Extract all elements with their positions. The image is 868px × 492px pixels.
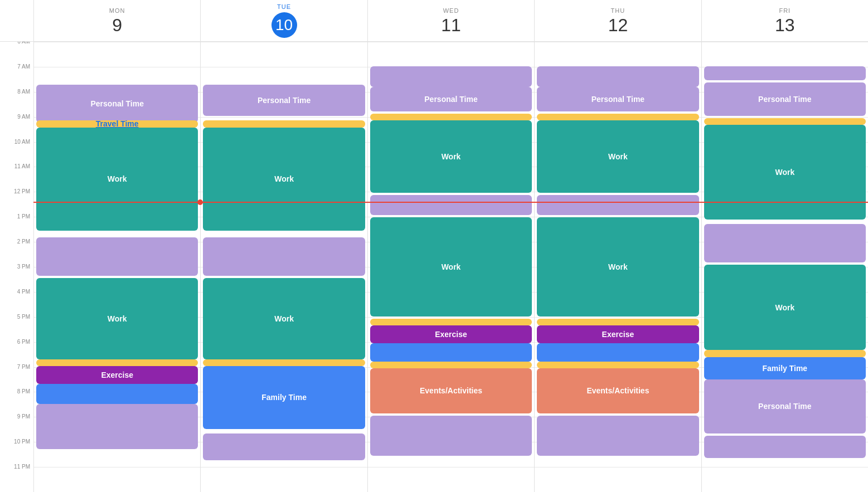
event-events-activities-wed-10[interactable]: Events/Activities (370, 368, 532, 413)
event-family-time-thu-8[interactable] (537, 343, 699, 361)
event-personal-time-fri-0[interactable] (704, 66, 866, 80)
hour-line (368, 42, 534, 42)
event-travel-time-wed-2[interactable] (370, 114, 532, 120)
event-travel-time-tue-1[interactable] (203, 120, 365, 127)
event-label: Exercise (101, 371, 133, 379)
event-label: Personal Time (90, 99, 143, 108)
event-label: Work (608, 152, 628, 161)
event-family-time-mon-7[interactable] (36, 384, 198, 404)
event-work-mon-2[interactable]: Work (36, 128, 198, 231)
event-travel-time-wed-6[interactable] (370, 319, 532, 325)
hour-line (535, 467, 701, 467)
event-personal-time-wed-0[interactable] (370, 66, 532, 86)
event-personal-time-tue-3[interactable] (203, 237, 365, 276)
day-name-wed: WED (443, 7, 459, 14)
event-family-time-fri-7[interactable]: Family Time (704, 357, 866, 379)
event-personal-time-fri-1[interactable]: Personal Time (704, 82, 866, 116)
event-exercise-mon-6[interactable]: Exercise (36, 366, 198, 384)
event-personal-time-fri-8[interactable]: Personal Time (704, 379, 866, 433)
event-label: Personal Time (758, 402, 811, 411)
hour-line (34, 67, 200, 67)
day-header-tue: TUE10 (200, 0, 367, 41)
hour-line (702, 467, 868, 467)
event-personal-time-wed-11[interactable] (370, 416, 532, 456)
hour-line (201, 467, 367, 467)
time-label-6-am: 6 AM (17, 42, 30, 45)
hour-line (368, 467, 534, 467)
time-label-10-am: 10 AM (14, 139, 30, 145)
day-number-thu: 12 (608, 16, 628, 34)
day-number-tue: 10 (271, 12, 297, 38)
event-travel-time-thu-2[interactable] (537, 114, 699, 120)
event-personal-time-fri-4[interactable] (704, 224, 866, 262)
event-label: Family Time (762, 364, 807, 373)
day-col-mon: Personal TimeTravel TimeWorkWorkExercise (33, 42, 200, 492)
event-work-thu-3[interactable]: Work (537, 120, 699, 192)
time-label-9-am: 9 AM (17, 114, 30, 120)
event-travel-time-mon-1[interactable]: Travel Time (36, 120, 198, 127)
day-header-fri: FRI13 (701, 0, 868, 41)
event-personal-time-tue-0[interactable]: Personal Time (203, 85, 365, 116)
event-personal-time-mon-3[interactable] (36, 237, 198, 276)
event-work-mon-4[interactable]: Work (36, 278, 198, 359)
event-exercise-wed-7[interactable]: Exercise (370, 325, 532, 343)
event-label: Work (274, 174, 294, 183)
hour-line (34, 42, 200, 42)
event-travel-time-thu-9[interactable] (537, 362, 699, 368)
event-exercise-thu-7[interactable]: Exercise (537, 325, 699, 343)
event-travel-time-wed-9[interactable] (370, 362, 532, 368)
event-label: Work (108, 314, 127, 323)
event-events-activities-thu-10[interactable]: Events/Activities (537, 368, 699, 413)
calendar: MON9TUE10WED11THU12FRI13 6 AM7 AM8 AM9 A… (0, 0, 868, 492)
time-label-11-pm: 11 PM (14, 464, 30, 470)
event-personal-time-thu-11[interactable] (537, 416, 699, 456)
event-family-time-tue-6[interactable]: Family Time (203, 366, 365, 429)
day-header-wed: WED11 (367, 0, 534, 41)
time-label-7-am: 7 AM (17, 64, 30, 70)
event-personal-time-thu-1[interactable]: Personal Time (537, 87, 699, 111)
event-work-wed-3[interactable]: Work (370, 120, 532, 192)
event-personal-time-mon-8[interactable] (36, 404, 198, 449)
time-label-8-pm: 8 PM (17, 388, 30, 394)
time-label-6-pm: 6 PM (17, 339, 30, 345)
hour-line (702, 117, 868, 118)
event-personal-time-fri-9[interactable] (704, 436, 866, 458)
event-label: Work (274, 314, 294, 323)
day-name-mon: MON (109, 7, 125, 14)
days-grid: Personal TimeTravel TimeWorkWorkExercise… (33, 42, 868, 492)
time-label-3-pm: 3 PM (17, 264, 30, 270)
day-col-tue: Personal TimeWorkWorkFamily Time (200, 42, 367, 492)
event-family-time-wed-8[interactable] (370, 343, 532, 361)
time-label-12-pm: 12 PM (14, 188, 30, 194)
event-personal-time-tue-7[interactable] (203, 433, 365, 460)
event-travel-time-thu-6[interactable] (537, 319, 699, 325)
event-personal-time-mon-0[interactable]: Personal Time (36, 85, 198, 123)
event-label: Personal Time (424, 95, 477, 104)
hour-line (201, 117, 367, 118)
time-label-8-am: 8 AM (17, 89, 30, 95)
event-work-fri-5[interactable]: Work (704, 265, 866, 350)
event-label: Work (442, 262, 461, 271)
event-work-tue-4[interactable]: Work (203, 278, 365, 359)
day-name-thu: THU (611, 7, 625, 14)
event-personal-time-thu-0[interactable] (537, 66, 699, 86)
event-travel-time-mon-5[interactable] (36, 359, 198, 366)
event-work-fri-3[interactable]: Work (704, 125, 866, 220)
day-name-tue: TUE (277, 3, 291, 10)
event-work-tue-2[interactable]: Work (203, 128, 365, 231)
time-label-11-am: 11 AM (14, 163, 30, 169)
event-label: Exercise (602, 330, 634, 339)
hour-line (201, 67, 367, 67)
event-travel-time-fri-2[interactable] (704, 118, 866, 125)
event-work-wed-5[interactable]: Work (370, 217, 532, 316)
time-label-1-pm: 1 PM (17, 213, 30, 220)
event-personal-time-thu-4[interactable] (537, 195, 699, 215)
event-personal-time-wed-4[interactable] (370, 195, 532, 215)
event-personal-time-wed-1[interactable]: Personal Time (370, 87, 532, 111)
event-work-thu-5[interactable]: Work (537, 217, 699, 316)
event-travel-time-tue-5[interactable] (203, 359, 365, 366)
event-travel-time-fri-6[interactable] (704, 350, 866, 357)
day-col-fri: Personal TimeWorkWorkFamily TimePersonal… (701, 42, 868, 492)
day-name-fri: FRI (779, 7, 791, 14)
event-label: Events/Activities (586, 386, 649, 395)
